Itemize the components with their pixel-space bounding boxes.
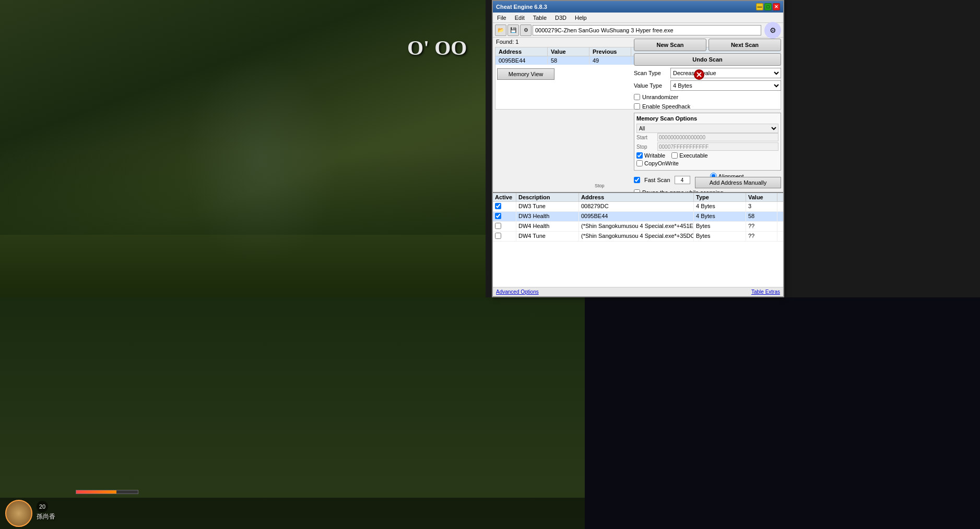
player-name: 孫尚香: [37, 512, 99, 521]
address-table-header: Active Description Address Type Value: [493, 193, 783, 202]
row0-active: [493, 202, 516, 211]
window-title: Cheat Engine 6.8.3: [496, 4, 547, 10]
scan-controls-panel: New Scan Next Scan Undo Scan Scan Type D…: [632, 37, 783, 198]
header-type: Type: [694, 193, 746, 201]
fastscan-value[interactable]: [675, 176, 690, 184]
stop-label: Stop: [595, 183, 605, 188]
row1-type: 4 Bytes: [694, 212, 746, 221]
titlebar-buttons[interactable]: — □ ✕: [756, 3, 780, 10]
writable-row: Writable: [636, 152, 665, 159]
header-description: Description: [516, 193, 579, 201]
scan-buttons: New Scan Next Scan: [634, 39, 781, 51]
memory-stop-row: Stop: [636, 142, 778, 151]
copyonwrite-item: CopyOnWrite: [636, 160, 679, 166]
undo-scan-button[interactable]: Undo Scan: [634, 53, 781, 66]
header-value: Value: [548, 47, 589, 56]
player-level: 20: [37, 501, 48, 512]
row3-address: (*Shin Sangokumusou 4 Special.exe*+35DC5…: [579, 232, 694, 241]
memory-checkboxes: Writable Executable: [636, 152, 778, 159]
fastscan-label: Fast Scan: [644, 177, 670, 183]
memory-view-button[interactable]: Memory View: [497, 68, 554, 80]
header-address: Address: [495, 47, 548, 56]
next-scan-button[interactable]: Next Scan: [709, 39, 781, 51]
writable-checkbox[interactable]: [636, 152, 643, 159]
health-bar-container: [76, 490, 138, 494]
executable-row: Executable: [671, 152, 707, 159]
new-scan-button[interactable]: New Scan: [634, 39, 706, 51]
result-value-0: 58: [548, 56, 589, 65]
menu-help[interactable]: Help: [573, 14, 589, 22]
scan-type-select[interactable]: Decreased value: [670, 68, 781, 78]
row2-type: Bytes: [694, 222, 746, 231]
menu-d3d[interactable]: D3D: [553, 14, 569, 22]
copyonwrite-checkbox[interactable]: [636, 160, 643, 166]
memory-scan-section: Memory Scan Options All Start Stop Writa…: [634, 113, 781, 171]
row0-checkbox[interactable]: [495, 203, 501, 209]
start-input[interactable]: [657, 133, 778, 141]
addr-row-0[interactable]: DW3 Tune 008279DC 4 Bytes 3: [493, 202, 783, 212]
memory-region-select[interactable]: All: [636, 124, 778, 133]
table-extras-link[interactable]: Table Extras: [751, 289, 780, 295]
addr-row-1[interactable]: DW3 Health 0095BE44 4 Bytes 58: [493, 212, 783, 222]
row1-checkbox[interactable]: [495, 213, 501, 219]
value-type-row: Value Type 4 Bytes: [634, 80, 781, 91]
add-address-manually-button[interactable]: Add Address Manually: [695, 177, 781, 188]
result-address-0: 0095BE44: [495, 56, 548, 65]
header-previous: Previous: [589, 47, 631, 56]
settings-toolbar-button[interactable]: ⚙: [520, 25, 532, 36]
process-input[interactable]: [533, 25, 761, 35]
found-count: 1: [515, 39, 518, 45]
unrandomizer-row: Unrandomizer: [634, 94, 781, 100]
menu-table[interactable]: Table: [531, 14, 549, 22]
row3-checkbox[interactable]: [495, 233, 501, 239]
maximize-button[interactable]: □: [764, 3, 772, 10]
row1-active: [493, 212, 516, 221]
stop-area: Stop: [595, 183, 605, 188]
titlebar: Cheat Engine 6.8.3 — □ ✕: [493, 1, 783, 13]
speedhack-checkbox[interactable]: [634, 103, 640, 110]
row2-checkbox[interactable]: [495, 223, 501, 229]
minimize-button[interactable]: —: [756, 3, 763, 10]
header-active: Active: [493, 193, 516, 201]
toolbar: 📂 💾 ⚙ ⚙: [493, 23, 783, 38]
unrandomizer-checkbox[interactable]: [634, 94, 640, 100]
fastscan-checkbox[interactable]: [634, 177, 640, 183]
header-value-col: Value: [746, 193, 777, 201]
value-type-label: Value Type: [634, 82, 670, 89]
writable-label: Writable: [644, 152, 665, 159]
scan-type-row: Scan Type Decreased value: [634, 68, 781, 78]
row2-active: [493, 222, 516, 231]
menu-edit[interactable]: Edit: [513, 14, 527, 22]
speedhack-row: Enable Speedhack: [634, 103, 781, 110]
row2-address: (*Shin Sangokumusou 4 Special.exe*+451E5…: [579, 222, 694, 231]
close-button[interactable]: ✕: [773, 3, 780, 10]
stop-icon[interactable]: [694, 69, 704, 80]
menu-file[interactable]: File: [495, 14, 509, 22]
scan-type-label: Scan Type: [634, 70, 670, 76]
game-area-right: [585, 297, 980, 529]
game-area-bottom: 20 孫尚香: [0, 297, 585, 529]
open-button[interactable]: 📂: [495, 25, 506, 36]
executable-label: Executable: [679, 152, 707, 159]
addr-row-2[interactable]: DW4 Health (*Shin Sangokumusou 4 Special…: [493, 222, 783, 232]
stop-input[interactable]: [657, 142, 778, 151]
row3-type: Bytes: [694, 232, 746, 241]
advanced-options-link[interactable]: Advanced Options: [496, 289, 539, 295]
game-scene: [183, 57, 339, 266]
hud-score: O' OO: [407, 35, 467, 60]
value-type-select[interactable]: 4 Bytes: [670, 80, 781, 91]
row3-value: ??: [746, 232, 777, 241]
settings-circle-icon[interactable]: ⚙: [764, 22, 781, 39]
row1-value: 58: [746, 212, 777, 221]
found-label: Found:: [496, 39, 514, 45]
player-avatar: [5, 500, 32, 527]
row0-address: 008279DC: [579, 202, 694, 211]
executable-checkbox[interactable]: [671, 152, 678, 159]
address-table: Active Description Address Type Value DW…: [493, 192, 783, 296]
stop-label: Stop: [636, 144, 657, 150]
save-button[interactable]: 💾: [507, 25, 519, 36]
copy-on-write-row: CopyOnWrite: [636, 160, 778, 166]
row0-description: DW3 Tune: [516, 202, 579, 211]
addr-row-3[interactable]: DW4 Tune (*Shin Sangokumusou 4 Special.e…: [493, 232, 783, 242]
bottom-bar: Advanced Options Table Extras: [493, 287, 783, 296]
